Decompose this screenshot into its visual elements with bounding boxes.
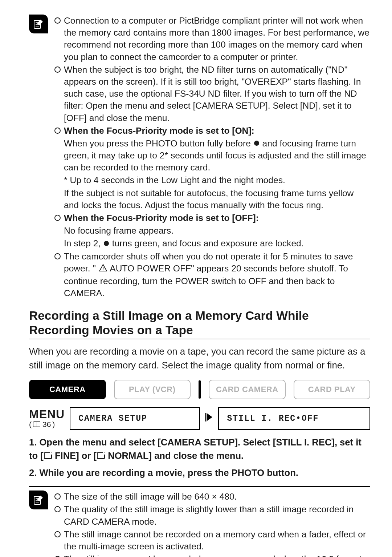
focus-dot-icon [254, 141, 259, 146]
divider [29, 486, 370, 487]
note1-item2: When the subject is too bright, the ND f… [54, 64, 370, 124]
card-icon [97, 452, 105, 459]
mode-separator [199, 380, 201, 399]
warning-triangle-icon [99, 262, 107, 274]
step-1: 1. Open the menu and select [CAMERA SETU… [29, 436, 370, 463]
note1-item4a: No focusing frame appears. [54, 225, 370, 237]
notes-block-2: The size of the still image will be 640 … [29, 491, 370, 557]
note2-item3: The still image cannot be recorded on a … [54, 528, 370, 552]
menu-box-camera-setup: CAMERA SETUP [70, 407, 200, 430]
note1-item3a: When you press the PHOTO button fully be… [54, 137, 370, 174]
svg-point-5 [103, 269, 104, 270]
mode-selector-row: CAMERA PLAY (VCR) CARD CAMERA CARD PLAY [29, 380, 370, 399]
card-icon [44, 452, 52, 459]
menu-page-ref: ( 36) [29, 420, 65, 429]
notes-block-1: Connection to a computer or PictBridge c… [29, 15, 370, 300]
note1-item4b: In step 2, turns green, and focus and ex… [54, 237, 370, 249]
focus-priority-on-heading: When the Focus-Priority mode is set to [… [64, 126, 254, 136]
step-2: 2. While you are recording a movie, pres… [29, 466, 370, 480]
notepad-icon [29, 491, 48, 509]
note1-item1: Connection to a computer or PictBridge c… [54, 15, 370, 63]
mode-camera: CAMERA [29, 380, 106, 399]
notes-content-1: Connection to a computer or PictBridge c… [54, 15, 370, 300]
mode-card-camera: CARD CAMERA [209, 380, 286, 399]
notepad-icon [29, 15, 48, 33]
menu-label: MENU ( 36) [29, 408, 65, 429]
notes-content-2: The size of the still image will be 640 … [54, 491, 370, 557]
note1-item5: The camcorder shuts off when you do not … [54, 250, 370, 299]
menu-arrow-icon [205, 412, 213, 425]
section-title: Recording a Still Image on a Memory Card… [29, 308, 370, 339]
mode-card-play: CARD PLAY [294, 380, 371, 399]
focus-priority-off-heading: When the Focus-Priority mode is set to [… [64, 213, 259, 223]
note1-item4-heading: When the Focus-Priority mode is set to [… [54, 212, 370, 224]
note1-item3-heading: When the Focus-Priority mode is set to [… [54, 125, 370, 137]
menu-box-still-rec: STILL I. REC•OFF [218, 407, 370, 430]
note2-item1: The size of the still image will be 640 … [54, 491, 370, 502]
mode-play-vcr: PLAY (VCR) [114, 380, 191, 399]
note2-item4: The still image cannot be recorded on a … [54, 553, 370, 557]
book-icon [33, 421, 40, 427]
focus-dot-icon-2 [104, 241, 109, 246]
note2-item2: The quality of the still image is slight… [54, 503, 370, 527]
steps-list: 1. Open the menu and select [CAMERA SETU… [29, 436, 370, 480]
note1-item3b: * Up to 4 seconds in the Low Light and t… [54, 174, 370, 186]
menu-word: MENU [29, 408, 65, 420]
menu-path-row: MENU ( 36) CAMERA SETUP STILL I. REC•OFF [29, 407, 370, 430]
section-lead: When you are recording a movie on a tape… [29, 344, 370, 372]
note1-item3c: If the subject is not suitable for autof… [54, 187, 370, 211]
